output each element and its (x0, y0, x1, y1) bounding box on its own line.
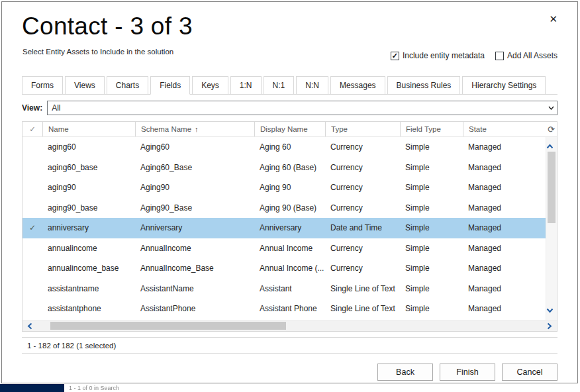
column-header-name[interactable]: Name (42, 122, 135, 136)
sort-ascending-icon: ↑ (195, 125, 199, 133)
cell-display: Anniversary (254, 223, 325, 232)
check-icon: ✓ (29, 124, 36, 134)
cell-schema: AnnualIncome (135, 244, 254, 253)
cell-schema: Aging60 (135, 142, 254, 152)
cell-display: Aging 60 (Base) (254, 163, 325, 172)
column-header-display-name[interactable]: Display Name (254, 122, 325, 136)
tab-hierarchy-settings[interactable]: Hierarchy Settings (462, 76, 546, 95)
cell-state: Managed (463, 223, 546, 232)
table-row[interactable]: aging90_baseAging90_BaseAging 90 (Base)C… (23, 198, 546, 219)
page-title: Contact - 3 of 3 (22, 13, 193, 40)
cell-field-type: Simple (400, 244, 463, 253)
cell-type: Single Line of Text (325, 304, 400, 313)
table-row[interactable]: assistantphoneAssistantPhoneAssistant Ph… (23, 299, 546, 319)
cell-name: annualincome_base (42, 264, 135, 273)
cell-state: Managed (463, 264, 546, 273)
refresh-icon[interactable]: ⟳ (548, 122, 555, 137)
cell-name: anniversary (42, 223, 135, 232)
record-count-status: 1 - 182 of 182 (1 selected) (22, 337, 557, 354)
tab-business-rules[interactable]: Business Rules (387, 76, 461, 95)
cell-name: aging60 (42, 142, 135, 152)
column-header-schema-name[interactable]: Schema Name ↑ (135, 122, 254, 136)
back-button[interactable]: Back (377, 364, 433, 381)
cell-field-type: Simple (400, 264, 463, 273)
view-dropdown-value: All (52, 103, 60, 113)
column-header-state[interactable]: State (463, 122, 557, 136)
cell-type: Date and Time (325, 223, 400, 232)
checkbox-label: Include entity metadata (403, 51, 485, 60)
cell-field-type: Simple (400, 223, 463, 232)
tab-keys[interactable]: Keys (192, 76, 228, 95)
checkbox-label: Add All Assets (507, 51, 557, 60)
select-column-header[interactable]: ✓ (23, 122, 42, 136)
include-entity-metadata-checkbox[interactable]: ✓ Include entity metadata (391, 51, 485, 60)
cell-field-type: Simple (400, 142, 463, 152)
cell-field-type: Simple (400, 304, 463, 313)
cell-name: assistantname (42, 284, 135, 293)
cell-type: Currency (325, 203, 400, 213)
checkbox-box-icon: ✓ (391, 52, 399, 60)
cell-display: Aging 90 (254, 183, 325, 192)
finish-button[interactable]: Finish (440, 364, 495, 381)
table-row[interactable]: annualincomeAnnualIncomeAnnual IncomeCur… (23, 238, 546, 259)
cell-type: Currency (325, 183, 400, 192)
cell-name: aging90_base (42, 203, 135, 213)
table-header: ✓ Name Schema Name ↑ Display Name Type F… (23, 122, 557, 137)
tab-n-1[interactable]: N:1 (264, 76, 295, 95)
table-row[interactable]: aging90Aging90Aging 90CurrencySimpleMana… (23, 177, 546, 198)
table-row[interactable]: assistantnameAssistantNameAssistantSingl… (23, 279, 546, 299)
cell-state: Managed (463, 183, 546, 192)
table-body: aging60Aging60Aging 60CurrencySimpleMana… (23, 137, 546, 320)
scroll-up-icon[interactable] (546, 140, 557, 152)
cell-field-type: Simple (400, 203, 463, 213)
scroll-down-icon[interactable] (546, 304, 557, 316)
view-dropdown[interactable]: All (47, 101, 557, 115)
cell-display: Annual Income (... (254, 264, 325, 273)
cell-schema: Aging90 (135, 183, 254, 192)
cancel-button[interactable]: Cancel (502, 364, 557, 381)
tab-fields[interactable]: Fields (150, 76, 190, 95)
cell-display: Aging 60 (254, 142, 325, 152)
horizontal-scrollbar[interactable] (23, 320, 557, 331)
tab-charts[interactable]: Charts (107, 76, 148, 95)
close-icon[interactable]: ✕ (549, 14, 557, 24)
scroll-right-icon[interactable] (547, 320, 552, 331)
scroll-left-icon[interactable] (27, 320, 32, 331)
column-header-field-type[interactable]: Field Type (400, 122, 463, 136)
tab-forms[interactable]: Forms (22, 76, 63, 95)
cell-schema: AnnualIncome_Base (135, 264, 254, 273)
tab-1-n[interactable]: 1:N (230, 76, 262, 95)
tab-messages[interactable]: Messages (330, 76, 385, 95)
vertical-scrollbar[interactable] (546, 137, 557, 320)
table-row[interactable]: aging60_baseAging60_BaseAging 60 (Base)C… (23, 158, 546, 178)
tab-strip: FormsViewsChartsFieldsKeys1:NN:1N:NMessa… (22, 75, 557, 95)
cell-schema: Aging60_Base (135, 163, 254, 172)
cell-schema: AssistantName (135, 284, 254, 293)
footer-buttons: Back Finish Cancel (377, 364, 557, 381)
cell-name: annualincome (42, 244, 135, 253)
cell-type: Currency (325, 264, 400, 273)
cell-state: Managed (463, 142, 546, 152)
background-partial-text: 1 - 1 of 0 in Search (69, 385, 119, 391)
cell-schema: Anniversary (135, 223, 254, 232)
vertical-scrollbar-thumb[interactable] (548, 152, 556, 223)
view-row: View: All (22, 101, 557, 115)
cell-schema: AssistantPhone (135, 304, 254, 313)
cell-type: Currency (325, 142, 400, 152)
horizontal-scrollbar-thumb[interactable] (50, 322, 286, 330)
column-header-type[interactable]: Type (325, 122, 400, 136)
tab-views[interactable]: Views (65, 76, 105, 95)
fields-table: ✓ Name Schema Name ↑ Display Name Type F… (22, 121, 557, 332)
table-row[interactable]: aging60Aging60Aging 60CurrencySimpleMana… (23, 137, 546, 158)
tab-n-n[interactable]: N:N (296, 76, 328, 95)
cell-name: assistantphone (42, 304, 135, 313)
table-row[interactable]: ✓anniversaryAnniversaryAnniversaryDate a… (23, 218, 546, 238)
checkbox-row: ✓ Include entity metadata Add All Assets (391, 51, 557, 60)
cell-type: Currency (325, 163, 400, 172)
table-row[interactable]: annualincome_baseAnnualIncome_BaseAnnual… (23, 258, 546, 279)
cell-state: Managed (463, 163, 546, 172)
add-all-assets-checkbox[interactable]: Add All Assets (495, 51, 557, 60)
cell-state: Managed (463, 284, 546, 293)
cell-type: Currency (325, 244, 400, 253)
checkbox-box-icon (495, 52, 504, 60)
